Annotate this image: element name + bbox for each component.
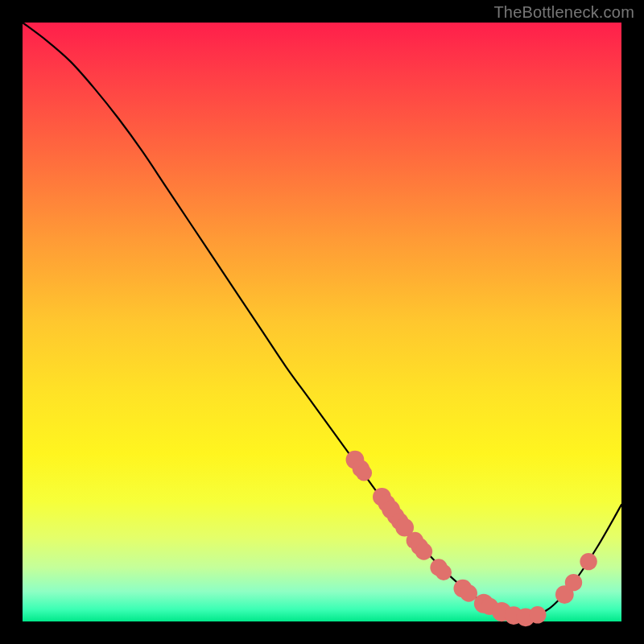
chart-canvas: [23, 23, 621, 621]
data-marker: [529, 606, 546, 623]
data-marker: [415, 543, 432, 559]
watermark-label: TheBottleneck.com: [493, 3, 634, 22]
data-marker: [436, 564, 452, 580]
chart-svg: [23, 23, 621, 621]
data-marker: [460, 584, 477, 601]
data-marker: [580, 553, 597, 570]
marker-layer: [346, 451, 597, 626]
bottleneck-curve: [23, 23, 621, 618]
data-marker: [356, 464, 372, 481]
data-marker: [565, 574, 582, 591]
